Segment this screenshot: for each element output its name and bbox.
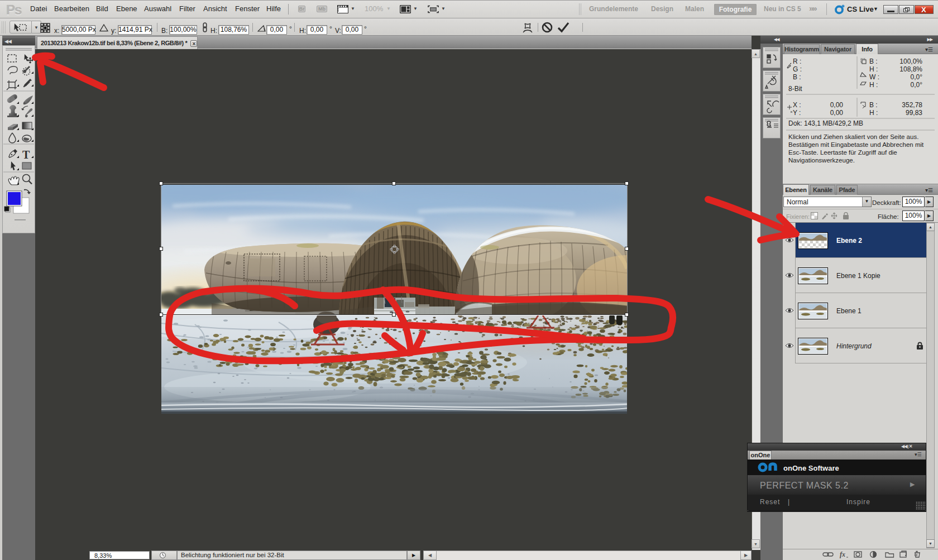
svg-text:0,0°: 0,0° [911,81,923,89]
svg-text:H :: H : [869,81,878,89]
svg-text:B :: B : [869,101,878,109]
svg-text:Esc-Taste. Leertaste für Zugri: Esc-Taste. Leertaste für Zugriff auf die [788,149,897,156]
svg-text:Bestätigen mit Eingabetaste un: Bestätigen mit Eingabetaste und Abbreche… [788,141,924,148]
svg-text:B :: B : [793,73,801,81]
svg-text:G :: G : [793,65,802,73]
svg-text:108,8%: 108,8% [899,65,922,73]
svg-text:0,00: 0,00 [830,101,844,109]
svg-text:H :: H : [869,109,878,117]
svg-text:Dok: 143,1 MB/429,2 MB: Dok: 143,1 MB/429,2 MB [788,119,863,127]
svg-text:100,0%: 100,0% [899,58,922,65]
svg-text:fx: fx [840,551,845,558]
svg-text:8-Bit: 8-Bit [788,85,802,93]
svg-text:T: T [22,149,30,161]
svg-text:99,83: 99,83 [906,109,922,117]
svg-text:R :: R : [793,58,801,65]
svg-text:352,78: 352,78 [902,101,922,109]
svg-text:W :: W : [869,73,879,81]
svg-text:Klicken und Ziehen skaliert vo: Klicken und Ziehen skaliert von der Seit… [788,133,918,140]
svg-text:X :: X : [793,101,801,109]
svg-text:Navigationswerkzeuge.: Navigationswerkzeuge. [788,157,855,164]
svg-text:B :: B : [869,58,878,65]
svg-text:H :: H : [869,65,878,73]
svg-text:Y :: Y : [793,109,801,117]
svg-text:0,00: 0,00 [830,109,844,117]
svg-text:0,0°: 0,0° [911,73,923,81]
